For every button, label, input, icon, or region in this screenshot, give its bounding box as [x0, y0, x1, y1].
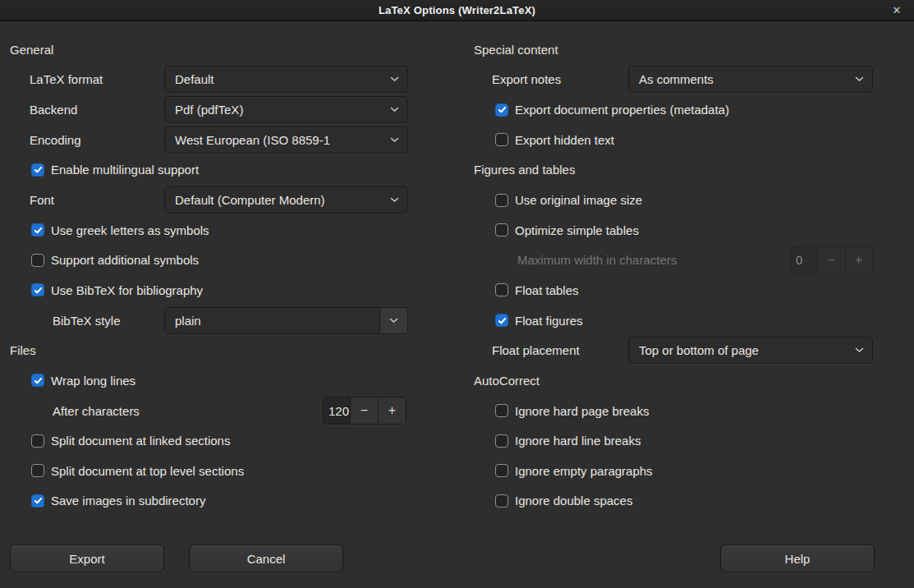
ignore-page-breaks-label: Ignore hard page breaks — [508, 404, 649, 418]
original-image-size-label: Use original image size — [508, 193, 642, 207]
latex-format-value: Default — [165, 72, 381, 86]
wrap-long-lines-checkbox[interactable] — [31, 374, 44, 387]
font-value: Default (Computer Modern) — [165, 193, 381, 207]
original-image-size-checkbox[interactable] — [495, 194, 508, 207]
cancel-button[interactable]: Cancel — [189, 544, 343, 572]
float-placement-row: Float placement Top or bottom of page — [474, 335, 873, 365]
section-general: General — [10, 34, 408, 65]
after-characters-label: After characters — [10, 404, 140, 418]
export-metadata-checkbox[interactable] — [495, 103, 508, 117]
export-notes-row: Export notes As comments — [474, 65, 873, 95]
export-notes-dropdown[interactable]: As comments — [628, 66, 873, 93]
ignore-double-spaces-label: Ignore double spaces — [508, 494, 632, 508]
ignore-empty-paragraphs-checkbox[interactable] — [495, 464, 508, 477]
float-tables-checkbox[interactable] — [495, 283, 508, 296]
multilingual-label: Enable multilingual support — [44, 163, 199, 177]
chevron-down-icon — [381, 197, 407, 203]
save-images-row: Save images in subdirectory — [10, 486, 408, 517]
original-image-size-row: Use original image size — [474, 185, 873, 215]
font-row: Font Default (Computer Modern) — [10, 185, 408, 215]
left-column: General LaTeX format Default Backend Pdf… — [10, 21, 408, 516]
encoding-dropdown[interactable]: West European (ISO 8859-1 — [164, 126, 408, 154]
export-notes-label: Export notes — [474, 72, 561, 86]
float-figures-row: Float figures — [474, 305, 873, 336]
chevron-down-icon[interactable] — [379, 308, 407, 333]
encoding-row: Encoding West European (ISO 8859-1 — [10, 125, 408, 155]
bibtex-style-combobox[interactable]: plain — [164, 307, 408, 334]
latex-format-label: LaTeX format — [10, 72, 103, 86]
minus-icon[interactable]: − — [350, 397, 378, 424]
use-bibtex-checkbox[interactable] — [31, 283, 44, 296]
after-characters-spinner: 120 − + — [323, 397, 406, 425]
float-placement-dropdown[interactable]: Top or bottom of page — [628, 337, 873, 364]
float-tables-label: Float tables — [508, 283, 579, 297]
latex-format-row: LaTeX format Default — [10, 65, 408, 95]
export-metadata-label: Export document properties (metadata) — [508, 103, 729, 117]
section-autocorrect: AutoCorrect — [474, 365, 873, 396]
close-icon[interactable]: ✕ — [887, 0, 907, 20]
wrap-long-lines-label: Wrap long lines — [44, 374, 135, 388]
help-button[interactable]: Help — [720, 544, 875, 572]
chevron-down-icon — [846, 347, 872, 353]
ignore-double-spaces-checkbox[interactable] — [495, 494, 508, 508]
dialog-title: LaTeX Options (Writer2LaTeX) — [379, 4, 535, 16]
float-figures-checkbox[interactable] — [495, 314, 508, 327]
plus-icon: + — [845, 247, 873, 273]
float-tables-row: Float tables — [474, 275, 873, 305]
font-dropdown[interactable]: Default (Computer Modern) — [164, 186, 408, 214]
use-bibtex-label: Use BibTeX for bibliography — [44, 283, 203, 297]
optimize-tables-label: Optimize simple tables — [508, 223, 639, 237]
plus-icon[interactable]: + — [378, 397, 406, 424]
backend-row: Backend Pdf (pdfTeX) — [10, 94, 408, 125]
multilingual-row: Enable multilingual support — [10, 155, 408, 186]
bibtex-style-label: BibTeX style — [10, 314, 121, 328]
minus-icon: − — [817, 247, 845, 273]
float-figures-label: Float figures — [508, 314, 583, 328]
float-placement-value: Top or bottom of page — [629, 343, 846, 357]
export-hidden-checkbox[interactable] — [495, 133, 508, 146]
max-width-value: 0 — [791, 247, 817, 273]
ignore-empty-paragraphs-label: Ignore empty paragraphs — [508, 464, 653, 478]
optimize-tables-checkbox[interactable] — [495, 223, 508, 237]
save-images-label: Save images in subdirectory — [44, 494, 205, 508]
save-images-checkbox[interactable] — [31, 494, 44, 508]
ignore-line-breaks-checkbox[interactable] — [495, 434, 508, 448]
max-width-row: Maximum width in characters 0 − + — [474, 245, 873, 275]
backend-label: Backend — [10, 103, 77, 117]
greek-letters-row: Use greek letters as symbols — [10, 215, 408, 246]
split-linked-row: Split document at linked sections — [10, 425, 408, 456]
font-label: Font — [10, 193, 54, 207]
right-column: Special content Export notes As comments… — [474, 21, 873, 516]
wrap-long-lines-row: Wrap long lines — [10, 365, 408, 396]
backend-dropdown[interactable]: Pdf (pdfTeX) — [164, 96, 408, 123]
split-linked-checkbox[interactable] — [31, 434, 44, 448]
additional-symbols-label: Support additional symbols — [44, 253, 199, 267]
after-characters-row: After characters 120 − + — [10, 396, 408, 426]
optimize-tables-row: Optimize simple tables — [474, 215, 873, 246]
section-figures-tables: Figures and tables — [474, 155, 873, 186]
latex-format-dropdown[interactable]: Default — [164, 66, 408, 93]
encoding-value: West European (ISO 8859-1 — [165, 133, 381, 147]
use-bibtex-row: Use BibTeX for bibliography — [10, 275, 408, 305]
ignore-page-breaks-row: Ignore hard page breaks — [474, 396, 873, 426]
ignore-page-breaks-checkbox[interactable] — [495, 404, 508, 417]
ignore-line-breaks-label: Ignore hard line breaks — [508, 434, 641, 448]
section-files: Files — [10, 335, 408, 365]
section-special-content: Special content — [474, 34, 873, 65]
export-notes-value: As comments — [629, 72, 846, 86]
backend-value: Pdf (pdfTeX) — [165, 103, 381, 117]
multilingual-checkbox[interactable] — [31, 163, 44, 177]
greek-letters-checkbox[interactable] — [31, 223, 44, 237]
float-placement-label: Float placement — [474, 343, 580, 357]
ignore-double-spaces-row: Ignore double spaces — [474, 486, 873, 517]
export-button[interactable]: Export — [10, 544, 164, 572]
after-characters-value[interactable]: 120 — [324, 397, 350, 424]
split-top-level-checkbox[interactable] — [31, 464, 44, 477]
bibtex-style-value: plain — [165, 314, 379, 328]
export-metadata-row: Export document properties (metadata) — [474, 94, 873, 125]
chevron-down-icon — [381, 107, 407, 113]
greek-letters-label: Use greek letters as symbols — [44, 223, 209, 237]
chevron-down-icon — [381, 76, 407, 82]
additional-symbols-checkbox[interactable] — [31, 254, 44, 267]
additional-symbols-row: Support additional symbols — [10, 245, 408, 275]
